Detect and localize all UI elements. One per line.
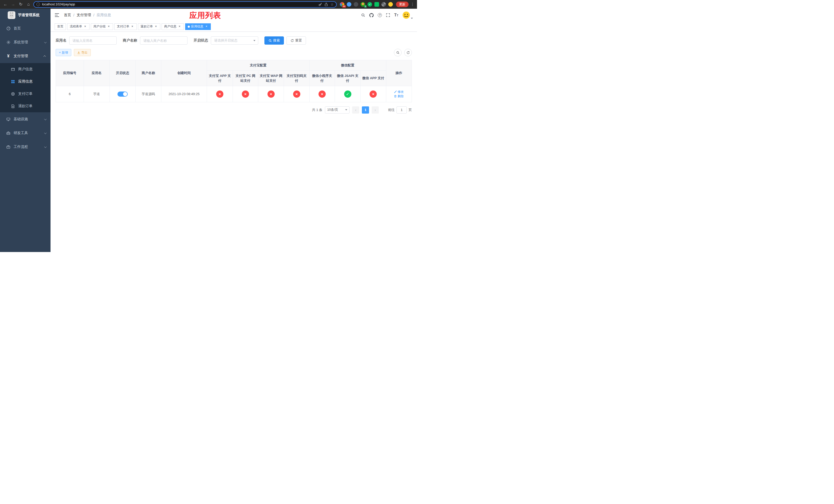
status-select[interactable]: 请选择开启状态 (211, 37, 258, 45)
tab-user-group[interactable]: 用户分组 × (91, 23, 113, 30)
user-avatar (402, 11, 410, 19)
sidebar-collapse-icon[interactable] (54, 13, 59, 17)
tab-app-info[interactable]: 应用信息 × (185, 23, 211, 30)
reset-button[interactable]: 重置 (286, 37, 306, 45)
fullscreen-icon[interactable] (386, 13, 390, 17)
sidebar: 芋道管理系统 首页 系统管理 ¥ 支付管理 商户信息 (0, 9, 50, 252)
tab-home[interactable]: 首页 (54, 23, 66, 30)
breadcrumb-home[interactable]: 首页 (64, 13, 71, 18)
chevron-down-icon (411, 18, 413, 19)
share-icon[interactable] (325, 3, 328, 6)
next-page-button[interactable]: › (372, 107, 379, 114)
pencil-icon (394, 91, 397, 93)
sidebar-item-system[interactable]: 系统管理 (0, 36, 50, 49)
column-header-app-name: 应用名 (84, 60, 110, 86)
goto-label: 前往 (388, 108, 395, 112)
merchant-name-input[interactable] (140, 37, 188, 45)
status-toggle[interactable] (117, 92, 128, 97)
browser-back-icon[interactable]: ← (3, 2, 8, 6)
close-icon[interactable]: × (107, 25, 111, 28)
user-menu[interactable] (402, 11, 413, 19)
extension-icon[interactable]: ✓ (368, 2, 372, 7)
edit-link[interactable]: 修改 (394, 90, 404, 94)
tab-payment-orders[interactable]: 支付订单 × (114, 23, 137, 30)
cell-created: 2021-10-23 08:49:25 (161, 86, 207, 102)
page-size-select[interactable]: 10条/页 (325, 107, 350, 114)
export-button[interactable]: 导出 (74, 49, 91, 56)
extension-icon[interactable]: 1 (360, 2, 365, 7)
password-key-icon[interactable] (319, 3, 322, 6)
breadcrumb-payment[interactable]: 支付管理 (77, 13, 91, 18)
search-button[interactable]: 搜索 (264, 37, 284, 45)
chevron-up-icon (43, 55, 46, 58)
sidebar-item-merchant-info[interactable]: 商户信息 (0, 63, 50, 75)
tab-refund-orders[interactable]: 退款订单 × (138, 23, 160, 30)
font-size-icon[interactable]: TT (394, 13, 398, 18)
browser-home-icon[interactable]: ⌂ (26, 2, 31, 6)
close-icon[interactable]: × (131, 25, 134, 28)
toggle-search-button[interactable] (394, 49, 402, 56)
close-icon[interactable]: × (205, 25, 208, 28)
sidebar-item-refund-orders[interactable]: 退款订单 (0, 100, 50, 112)
status-label: 开启状态 (194, 38, 208, 43)
prev-page-button[interactable]: ‹ (352, 107, 359, 114)
merchant-name-label: 商户名称 (123, 38, 137, 43)
add-button[interactable]: + 新增 (56, 49, 71, 56)
grid-icon (11, 80, 15, 84)
status-fail-icon: × (216, 91, 223, 98)
app-logo[interactable]: 芋道管理系统 (0, 9, 50, 22)
tab-process-form[interactable]: 流程表单 × (67, 23, 89, 30)
toolbox-icon (6, 131, 10, 135)
tab-label: 用户分组 (93, 24, 106, 29)
search-icon[interactable] (361, 13, 365, 17)
extension-icon[interactable] (374, 2, 379, 7)
group-header-alipay: 支付宝配置 (207, 60, 309, 71)
extension-icon[interactable]: 10 (340, 2, 345, 7)
extensions-puzzle-icon[interactable] (381, 2, 386, 7)
github-icon[interactable] (369, 13, 374, 18)
column-header-actions: 操作 (386, 60, 412, 86)
payment-submenu: 商户信息 应用信息 支付订单 退款订单 (0, 63, 50, 112)
close-icon[interactable]: × (178, 25, 181, 28)
refresh-table-button[interactable] (404, 49, 412, 56)
chevron-down-icon (44, 145, 47, 148)
card-icon (11, 67, 15, 71)
extension-icon[interactable] (347, 2, 351, 7)
status-success-icon: ✓ (344, 91, 351, 98)
address-bar[interactable]: i localhost:1024/pay/app ☆ (33, 1, 337, 8)
goto-page-input[interactable] (396, 107, 407, 114)
current-page-button[interactable]: 1 (362, 107, 369, 114)
sidebar-item-app-info[interactable]: 应用信息 (0, 75, 50, 88)
sidebar-item-dev-tools[interactable]: 研发工具 (0, 126, 50, 140)
delete-link[interactable]: 删除 (394, 94, 404, 98)
sidebar-item-payment-orders[interactable]: 支付订单 (0, 88, 50, 100)
url-text: localhost:1024/pay/app (42, 3, 75, 6)
help-icon[interactable]: ? (378, 13, 382, 17)
browser-forward-icon[interactable]: → (10, 2, 16, 6)
page-content: 应用名 商户名称 开启状态 请选择开启状态 搜索 (50, 32, 417, 252)
sidebar-item-infrastructure[interactable]: 基础设施 (0, 112, 50, 126)
app-name-input[interactable] (69, 37, 117, 45)
sidebar-item-label: 支付管理 (14, 54, 28, 59)
column-header-merchant: 商户名称 (136, 60, 161, 86)
tab-label: 退款订单 (140, 24, 153, 29)
close-icon[interactable]: × (154, 25, 158, 28)
browser-reload-icon[interactable]: ↻ (18, 2, 24, 6)
pagination: 共 1 条 10条/页 ‹ 1 › 前往 页 (56, 107, 412, 114)
sidebar-item-home[interactable]: 首页 (0, 22, 50, 36)
profile-avatar[interactable] (388, 2, 393, 7)
site-info-icon[interactable]: i (37, 3, 40, 6)
app-title: 芋道管理系统 (18, 13, 40, 18)
cell-app-id: 6 (56, 86, 84, 102)
breadcrumb-separator: / (93, 13, 94, 17)
browser-update-button[interactable]: 更新 (396, 2, 409, 7)
sidebar-item-workflow[interactable]: 工作流程 (0, 140, 50, 154)
close-icon[interactable]: × (83, 25, 87, 28)
sidebar-item-payment[interactable]: ¥ 支付管理 (0, 49, 50, 63)
bookmark-star-icon[interactable]: ☆ (330, 2, 334, 6)
extension-icon[interactable] (354, 2, 358, 7)
tab-merchant-info[interactable]: 商户信息 × (161, 23, 184, 30)
select-placeholder: 请选择开启状态 (214, 38, 238, 43)
cell-alipay-qr: × (284, 86, 309, 102)
browser-menu-icon[interactable]: ⋮ (411, 2, 414, 7)
